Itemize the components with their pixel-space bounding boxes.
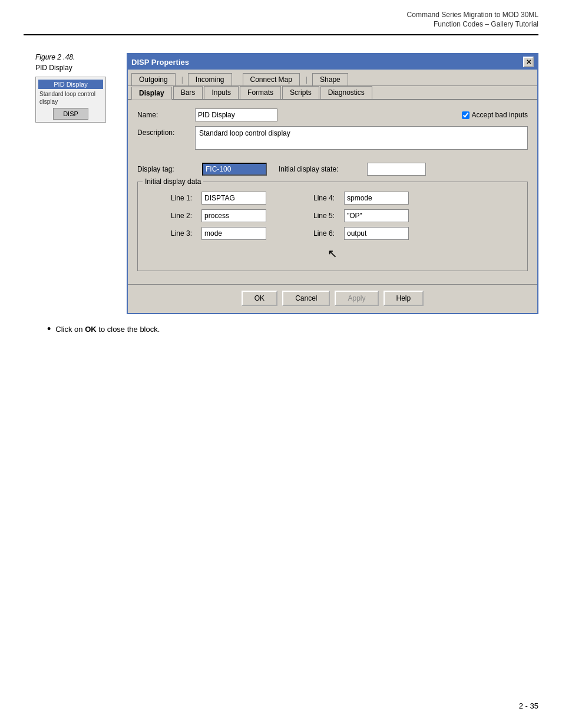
- description-input[interactable]: Standard loop control display: [195, 126, 528, 150]
- header-divider: [24, 34, 538, 35]
- mini-pid-display[interactable]: PID Display: [38, 80, 103, 89]
- line4-input[interactable]: [344, 192, 409, 205]
- tab-sep-3: |: [301, 73, 312, 85]
- tab-inputs[interactable]: Inputs: [204, 86, 239, 99]
- line6-label: Line 6:: [287, 229, 335, 238]
- line4-label: Line 4:: [287, 194, 335, 202]
- content-area: Figure 2 .48. PID Display PID Display St…: [35, 53, 538, 314]
- mini-diagram: PID Display Standard loop control displa…: [35, 77, 106, 123]
- instruction-row: • Click on OK to close the block.: [47, 325, 562, 334]
- cancel-button[interactable]: Cancel: [282, 291, 330, 306]
- display-tag-row: Display tag: Initial display state:: [137, 163, 528, 176]
- initial-state-input[interactable]: [367, 163, 426, 176]
- instruction-text: Click on OK to close the block.: [55, 325, 160, 334]
- accept-bad-inputs-checkbox[interactable]: [462, 111, 470, 119]
- cursor-icon: ↖: [328, 247, 338, 260]
- tab-sep-2: [233, 73, 243, 85]
- line6-input[interactable]: [344, 227, 409, 240]
- figure-label: Figure 2 .48.: [35, 53, 115, 61]
- cursor-area: ↖: [145, 240, 520, 263]
- description-label: Description:: [137, 126, 190, 137]
- figure-sidebar: Figure 2 .48. PID Display PID Display St…: [35, 53, 115, 314]
- lines-grid: Line 1: Line 4: Line 2: Line 5: Line 3: …: [145, 192, 520, 240]
- mini-desc: Standard loop control display: [38, 90, 103, 106]
- dialog-window: DISP Properties ✕ Outgoing | Incoming Co…: [127, 53, 538, 314]
- dialog-footer: OK Cancel Apply Help: [128, 284, 537, 313]
- line2-input[interactable]: [201, 209, 266, 222]
- figure-caption: PID Display: [35, 64, 115, 72]
- line1-input[interactable]: [201, 192, 266, 205]
- tab-sep-1: |: [177, 73, 188, 85]
- initial-display-data-group: Initial display data Line 1: Line 4: Lin…: [137, 182, 528, 271]
- name-accept-row: Name: Accept bad inputs: [137, 108, 528, 121]
- apply-button[interactable]: Apply: [335, 291, 378, 306]
- name-label: Name:: [137, 111, 190, 119]
- instruction-bold: OK: [85, 325, 97, 334]
- ok-button[interactable]: OK: [242, 291, 277, 306]
- initial-state-label: Initial display state:: [279, 165, 355, 173]
- line2-label: Line 2:: [145, 212, 192, 220]
- tab-incoming[interactable]: Incoming: [188, 73, 232, 85]
- name-input[interactable]: [195, 108, 277, 121]
- page-header: Command Series Migration to MOD 30ML Fun…: [0, 0, 562, 31]
- tab-formats[interactable]: Formats: [240, 86, 281, 99]
- dialog-close-button[interactable]: ✕: [523, 57, 534, 67]
- mini-disp-block: DISP: [53, 108, 88, 120]
- tab-bars[interactable]: Bars: [173, 86, 203, 99]
- close-icon: ✕: [526, 58, 531, 66]
- line5-input[interactable]: [344, 209, 409, 222]
- line1-label: Line 1:: [145, 194, 192, 202]
- dialog-body: Name: Accept bad inputs Description: Sta…: [128, 100, 537, 284]
- tab-display[interactable]: Display: [131, 87, 172, 100]
- dialog-title: DISP Properties: [131, 58, 189, 67]
- description-row: Description: Standard loop control displ…: [137, 126, 528, 156]
- accept-bad-inputs-label: Accept bad inputs: [472, 111, 528, 119]
- line3-label: Line 3:: [145, 229, 192, 238]
- accept-bad-inputs-row: Accept bad inputs: [462, 111, 528, 119]
- dialog-titlebar: DISP Properties ✕: [128, 54, 537, 70]
- page-number: 2 - 35: [519, 701, 538, 710]
- line3-input[interactable]: [201, 227, 266, 240]
- tab-row-top: Outgoing | Incoming Connect Map | Shape: [128, 70, 537, 86]
- group-box-legend: Initial display data: [143, 177, 203, 186]
- tab-scripts[interactable]: Scripts: [282, 86, 319, 99]
- display-tag-label: Display tag:: [137, 165, 190, 173]
- tab-row-bottom: Display Bars Inputs Formats Scripts Diag…: [128, 86, 537, 100]
- header-line2: Function Codes – Gallery Tutorial: [24, 20, 538, 28]
- tab-outgoing[interactable]: Outgoing: [131, 73, 176, 85]
- tab-diagnostics[interactable]: Diagnostics: [320, 86, 372, 99]
- bullet-point: •: [47, 324, 51, 334]
- display-tag-input[interactable]: [202, 163, 267, 176]
- header-line1: Command Series Migration to MOD 30ML: [24, 11, 538, 19]
- tab-shape[interactable]: Shape: [312, 73, 348, 85]
- line5-label: Line 5:: [287, 212, 335, 220]
- help-button[interactable]: Help: [384, 291, 424, 306]
- tab-connect-map[interactable]: Connect Map: [243, 73, 300, 85]
